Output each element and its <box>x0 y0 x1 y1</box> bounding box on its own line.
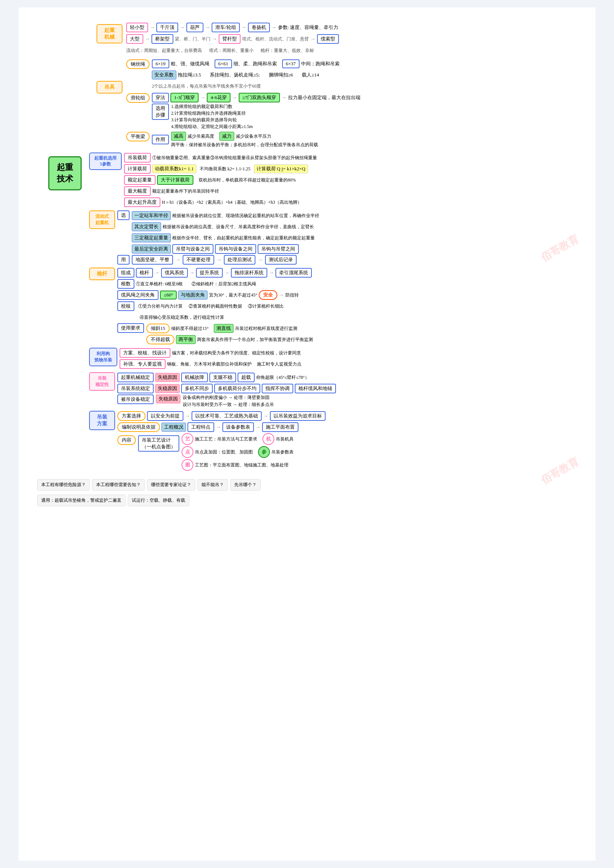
huanlunzu-block: 滑轮组 穿法 1-3门顺穿 → 4-6花穿 → ≥7门双跑头顺穿 → 拉力最小在… <box>126 92 360 130</box>
icon-ji: 机 <box>262 433 274 445</box>
shigong-pingmian: 施工平面布置 <box>262 422 298 432</box>
zhihui-bu: 指挥不协调 <box>262 384 293 394</box>
jixieguzang: 机械故障 <box>181 373 208 382</box>
bigan: 臂杆型 <box>219 34 240 44</box>
zuoyong-label: 作用 <box>152 135 169 144</box>
light-row: 轻小型 → 千斤顶 → 葫芦 → 滑车/轮组 → 卷扬机 → 参数: 速度、容绳… <box>126 22 339 33</box>
section-liudongshi: 流动式起重机 选 一定站车和半径 根据被吊设备的就位位置、现场情况确定起重机的站… <box>89 211 584 265</box>
pf3: ≥7门双跑头顺穿 <box>239 93 280 102</box>
gangsisheng-block: 钢丝绳 6×19 粗、强、做缆风绳 6×61 细、柔、跑绳和吊索 6×37 中间… <box>126 59 360 91</box>
right-sections: 起重机选用5参数 吊装载荷 ①被吊物重量②用、索具重量③吊钩滑轮组重量④从臂架头… <box>89 152 584 471</box>
gs619: 6×19 <box>152 59 169 68</box>
label-wendingxing: 吊装稳定性 <box>89 372 115 391</box>
w4: 拖排滚杆系统 <box>231 268 267 277</box>
shebei-canshu: 设备参数表 <box>222 422 254 432</box>
fanAn-jiaohe: 方案、校核、找设计 <box>119 348 171 358</box>
duoji-fenbu: 多机载荷分步不均 <box>214 384 260 394</box>
icon-tu: 图 <box>181 459 194 471</box>
q2: 本工程哪些需要告知？ <box>92 479 145 491</box>
section-ligouzhuwu: 利用构筑物吊装 方案、校核、找设计 编方案，对承载结构受力条件下的强度、稳定性校… <box>89 348 584 369</box>
dzxt-wending: 吊装系统稳定 <box>117 384 154 394</box>
zuida-fudu: 最大幅度 <box>124 186 151 196</box>
gongcheng-tede: 工程特点 <box>188 422 214 432</box>
edingqizhong: 额定起重量 <box>124 175 155 185</box>
center-wrapper: 起重技术 起重机选用5参数 吊装载荷 ①被吊物重量②用、索具重量③吊钩滑轮组重量… <box>30 152 584 471</box>
yiding-zhanche: 一定站车和半径 <box>132 211 171 220</box>
chuanfa-label: 穿法 <box>152 93 169 102</box>
w2: 缆风系统 <box>161 268 188 277</box>
hulu: 葫芦 <box>186 23 203 32</box>
label-diaoJu: 吊具 <box>96 81 122 93</box>
buqiang-jiandu: 补强、专人要监视 <box>119 359 166 369</box>
use3: 处理后测试 <box>224 255 256 265</box>
jixie-content: 轻小型 → 千斤顶 → 葫芦 → 滑车/轮组 → 卷扬机 → 参数: 速度、容绳… <box>126 22 339 56</box>
icon-yi: 艺 <box>181 433 194 445</box>
q3: 哪些需要专家论证？ <box>147 479 195 491</box>
yong-label: 用 <box>117 255 130 265</box>
trial: 试运行：空载、静载、有载 <box>128 494 189 506</box>
jishu-jichu: 以技术可靠、工艺成熟为基础 <box>192 411 262 421</box>
params-text: 参数: 速度、容绳量、牵引力 <box>278 24 338 31</box>
general-row: 通用：超载试吊垫棱角，警戒监护二遍直 试运行：空载、静载、有载 <box>37 494 584 507</box>
dimian-jiajiao: 与地面夹角 <box>178 291 208 299</box>
weitegan-lf: 桅杆缆风和地锚 <box>295 384 336 394</box>
duoji-butongbu: 多机不同步 <box>181 384 213 394</box>
jian-gao: 减高 <box>171 132 186 141</box>
cezhi-xian: 测直线 <box>214 324 234 333</box>
gongcheng-gaikuang: 工程概况 <box>161 423 186 432</box>
sanding-eding: 三定额定起重量 <box>132 233 171 242</box>
daxing-label: 大型 <box>126 34 143 44</box>
w3: 提升系统 <box>196 268 223 277</box>
diaoJu-content: 钢丝绳 6×19 粗、强、做缆风绳 6×61 细、柔、跑绳和吊索 6×37 中间… <box>126 59 360 148</box>
icon-can: 参 <box>258 446 270 458</box>
label-qizhong-jixie: 起重机械 <box>96 24 122 43</box>
label-liudongshi: 流动式起重机 <box>89 211 115 229</box>
qianjianding: 千斤顶 <box>156 23 178 32</box>
section-weitegan: 桅杆 组成 桅杆 → 缆风系统 → 提升系统 → 拖排滚杆系统 → <box>89 268 584 345</box>
light-label: 轻小型 <box>126 23 148 32</box>
pf1: 1-3门顺穿 <box>171 93 198 102</box>
general: 通用：超载试吊垫棱角，警戒监护二遍直 <box>37 494 126 506</box>
pinhengliang-block: 平衡梁 作用 减高 减少吊索高度 减力 减少设备水平压力 两平衡：保持被吊设备的… <box>126 131 360 148</box>
qiaojia: 桥架型 <box>152 34 174 44</box>
adj1: 吊臂与设备之间 <box>172 244 214 254</box>
gangsisheng-label: 钢丝绳 <box>126 59 150 69</box>
shiwenyuan2: 失稳原因 <box>155 384 180 393</box>
use2: 不硬要处理 <box>183 255 214 265</box>
adj3: 吊钩与吊臂之间 <box>257 244 299 254</box>
label-5params: 起重机选用5参数 <box>89 152 122 170</box>
use4: 测试后记录 <box>265 255 297 265</box>
xiaoyi-mubiao: 以吊装效益为追求目标 <box>270 411 326 421</box>
shiyongyaoqiu-label: 使用要求 <box>117 323 144 333</box>
qzjx-wending: 起重机械稳定 <box>117 373 154 382</box>
mind-map-layout: 起重机械 轻小型 → 千斤顶 → 葫芦 → 滑车/轮组 → 卷扬机 → 参数: … <box>26 19 588 511</box>
shiwenyuan1: 失稳原因 <box>155 373 180 382</box>
shiwenyuan3: 失稳原因 <box>156 394 180 403</box>
w5: 牵引溜尾系统 <box>276 268 312 277</box>
juanyanji: 卷扬机 <box>248 23 270 32</box>
k1: 动载荷系数k1= 1.1 <box>152 164 196 173</box>
xuan-label: 选 <box>117 211 130 220</box>
liang-pingheng: 两平衡 <box>176 335 195 344</box>
qingxie15: 倾斜15 <box>146 324 170 333</box>
huanlunzu-label: 滑轮组 <box>126 93 150 103</box>
section-diaoJu: 吊具 钢丝绳 6×19 粗、强、做缆风绳 6×61 细、柔、跑绳和吊索 6×37… <box>96 59 584 148</box>
q1: 本工程有哪些危险源？ <box>37 479 90 491</box>
zuida-qisheng: 最大起升高度 <box>124 197 160 207</box>
bu-chaozai: 不得超载 <box>146 335 174 344</box>
gs637: 6×37 <box>282 59 299 68</box>
use1: 地面坚硬、平整 <box>132 255 173 265</box>
questions-row: 本工程有哪些危险源？ 本工程哪些需要告知？ 哪些需要专家论证？ 能不能吊？ 先吊… <box>37 478 584 492</box>
q4: 能不能吊？ <box>197 479 228 491</box>
page: 起重机械 轻小型 → 千斤顶 → 葫芦 → 滑车/轮组 → 卷扬机 → 参数: … <box>19 8 595 860</box>
jiaohe-label: 校核 <box>117 301 134 311</box>
zhitui-bu-wen: 支腿不稳 <box>209 373 236 382</box>
jian-li: 减力 <box>219 132 234 141</box>
diaozhang-zahao: 吊装载荷 <box>124 153 151 163</box>
icon-dian: 点 <box>181 446 194 458</box>
fangan-xuanze: 方案选择 <box>117 411 146 421</box>
zucheng-label: 组成 <box>117 268 134 277</box>
adj2: 吊钩与设备之间 <box>215 244 256 254</box>
label-fangan: 吊装方案 <box>89 411 115 430</box>
section-5params: 起重机选用5参数 吊装载荷 ①被吊物重量②用、索具重量③吊钩滑轮组重量④从臂架头… <box>89 152 584 208</box>
